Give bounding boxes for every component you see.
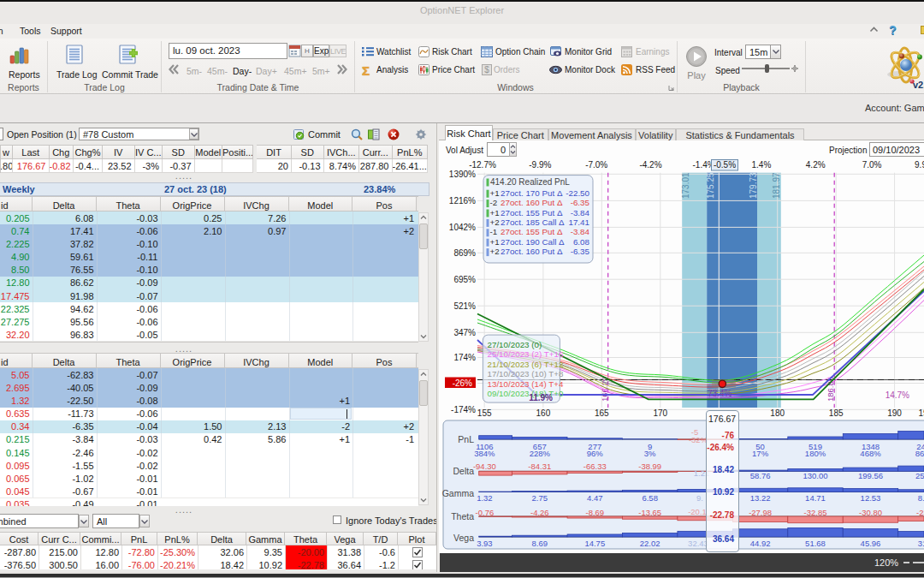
svg-text:180%: 180% — [805, 449, 826, 458]
svg-text:347%: 347% — [453, 328, 476, 337]
svg-text:8.69: 8.69 — [532, 539, 548, 548]
svg-text:165: 165 — [595, 408, 609, 418]
svg-text:58.76: 58.76 — [750, 471, 771, 480]
svg-text:17/10/2023 (10) T+8: 17/10/2023 (10) T+8 — [488, 369, 564, 378]
svg-text:-1: -1 — [490, 227, 498, 236]
svg-text:27oct. 170 Put Δ: 27oct. 170 Put Δ — [500, 188, 563, 198]
svg-text:25/10/2023 (2) T+16: 25/10/2023 (2) T+16 — [488, 349, 564, 359]
svg-text:6.08: 6.08 — [573, 237, 590, 247]
svg-text:-7.0%: -7.0% — [585, 160, 607, 170]
svg-text:228%: 228% — [530, 449, 551, 458]
svg-text:-23.4: -23.4 — [916, 508, 924, 517]
svg-text:130.00: 130.00 — [803, 471, 827, 480]
svg-text:73.4%: 73.4% — [708, 389, 732, 398]
svg-text:521%: 521% — [453, 301, 476, 311]
svg-text:-38.99: -38.99 — [638, 462, 661, 471]
svg-text:14.7%: 14.7% — [886, 390, 909, 400]
svg-text:173.01: 173.01 — [681, 172, 690, 199]
svg-text:6.58: 6.58 — [642, 493, 658, 503]
svg-text:-9.9%: -9.9% — [529, 160, 551, 170]
svg-text:3%: 3% — [644, 449, 656, 458]
svg-text:8.62: 8.62 — [918, 493, 924, 503]
svg-text:2.75: 2.75 — [532, 493, 548, 503]
svg-text:181.97: 181.97 — [772, 172, 781, 199]
svg-text:-8.69: -8.69 — [585, 508, 604, 517]
svg-text:51.68: 51.68 — [805, 539, 826, 548]
svg-text:19: 19 — [918, 408, 924, 418]
svg-text:175.25: 175.25 — [706, 172, 715, 199]
svg-text:-94.30: -94.30 — [473, 462, 496, 471]
svg-text:695%: 695% — [453, 275, 476, 284]
svg-text:384%: 384% — [474, 449, 495, 458]
svg-text:155: 155 — [477, 408, 492, 418]
svg-text:22.02: 22.02 — [640, 539, 660, 548]
svg-text:1216%: 1216% — [449, 196, 476, 206]
svg-text:-22.50: -22.50 — [566, 188, 589, 198]
svg-text:27oct. 155 Put Δ: 27oct. 155 Put Δ — [500, 227, 563, 236]
svg-text:27oct. 185 Call Δ: 27oct. 185 Call Δ — [500, 217, 565, 227]
svg-text:-12.7%: -12.7% — [469, 160, 496, 170]
svg-text:-3.84: -3.84 — [571, 208, 590, 217]
svg-text:9.9: 9.9 — [915, 160, 924, 170]
svg-text:3.93: 3.93 — [477, 539, 493, 548]
svg-text:Vega: Vega — [453, 533, 474, 543]
svg-text:-6.35: -6.35 — [571, 247, 590, 256]
svg-text:4.2%: 4.2% — [806, 160, 826, 170]
svg-text:-3.84: -3.84 — [571, 227, 590, 236]
svg-text:-66.33: -66.33 — [583, 462, 607, 471]
svg-text:12.53: 12.53 — [861, 493, 881, 503]
svg-text:27oct. 160 Put Δ: 27oct. 160 Put Δ — [500, 247, 563, 256]
svg-text:Delta: Delta — [453, 466, 474, 476]
svg-text:-0.5%: -0.5% — [714, 160, 736, 170]
svg-text:174%: 174% — [453, 353, 476, 362]
svg-text:-174%: -174% — [451, 405, 476, 414]
svg-text:96%: 96% — [587, 449, 604, 458]
svg-text:4.47: 4.47 — [587, 493, 603, 503]
svg-text:180: 180 — [770, 408, 785, 418]
svg-text:190: 190 — [887, 408, 902, 418]
svg-text:14.75: 14.75 — [584, 539, 605, 548]
svg-text:-84.31: -84.31 — [528, 462, 551, 471]
svg-text:-4.2%: -4.2% — [639, 160, 661, 170]
svg-text:13/10/2023 (14) T+4: 13/10/2023 (14) T+4 — [488, 379, 564, 389]
svg-text:-0.76: -0.76 — [476, 508, 495, 517]
svg-text:31.2: 31.2 — [918, 539, 924, 548]
svg-text:185: 185 — [829, 408, 844, 418]
svg-text:199.56: 199.56 — [858, 471, 883, 480]
svg-text:21/10/2023 (6) T+12: 21/10/2023 (6) T+12 — [488, 360, 564, 369]
svg-text:11.9%: 11.9% — [529, 393, 553, 402]
svg-text:160: 160 — [536, 408, 551, 418]
svg-text:13.22: 13.22 — [750, 493, 771, 503]
svg-text:+1: +1 — [490, 208, 500, 217]
svg-text:414.20 Realized PnL: 414.20 Realized PnL — [490, 177, 570, 187]
svg-text:Gamma: Gamma — [442, 488, 475, 498]
svg-text:Theta: Theta — [451, 511, 474, 521]
svg-text:-26%: -26% — [453, 378, 472, 388]
svg-text:17%: 17% — [752, 449, 769, 458]
svg-text:1042%: 1042% — [449, 223, 476, 232]
svg-text:862%: 862% — [915, 449, 924, 458]
svg-text:PnL: PnL — [458, 434, 474, 444]
svg-text:27oct. 160 Put Δ: 27oct. 160 Put Δ — [500, 198, 563, 207]
svg-text:27/10/2023 (0): 27/10/2023 (0) — [488, 340, 542, 349]
svg-text:-4.26: -4.26 — [530, 508, 549, 517]
svg-text:-5: -5 — [691, 427, 698, 437]
svg-text:869%: 869% — [453, 248, 476, 258]
svg-text:+1: +1 — [490, 188, 500, 198]
svg-text:1.4%: 1.4% — [752, 160, 772, 170]
svg-text:-27.98: -27.98 — [749, 508, 772, 517]
svg-text:45.96: 45.96 — [861, 539, 881, 548]
svg-text:17.41: 17.41 — [568, 217, 589, 227]
svg-text:+2: +2 — [490, 247, 500, 256]
svg-text:27oct. 155 Put Δ: 27oct. 155 Put Δ — [500, 208, 563, 217]
svg-text:+1: +1 — [490, 237, 500, 247]
svg-text:468%: 468% — [860, 449, 881, 458]
svg-text:27oct. 190 Call Δ: 27oct. 190 Call Δ — [500, 237, 565, 247]
svg-text:179.73: 179.73 — [749, 172, 758, 199]
svg-text:170: 170 — [653, 408, 667, 418]
svg-text:44.92: 44.92 — [750, 539, 771, 548]
svg-text:1390%: 1390% — [449, 170, 476, 179]
svg-text:-13.65: -13.65 — [638, 508, 661, 517]
svg-text:14.71: 14.71 — [805, 493, 826, 503]
svg-text:7.0%: 7.0% — [862, 160, 882, 170]
